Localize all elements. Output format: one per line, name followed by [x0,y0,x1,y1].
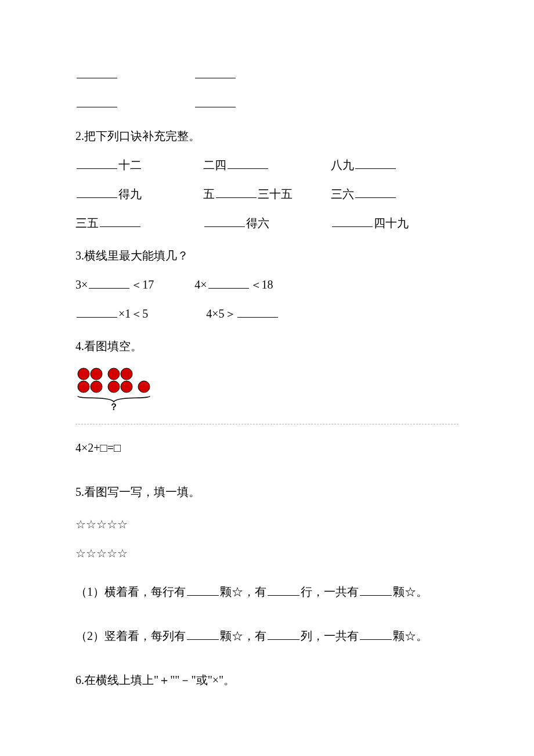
blank[interactable] [204,215,245,227]
blank[interactable] [100,215,140,227]
text: （1）横着看，每行有 [75,585,186,598]
top-blank-row-1 [75,64,459,85]
svg-point-3 [91,381,102,393]
text: 4×5＞ [206,307,236,320]
blank[interactable] [89,277,129,289]
text: （2）竖着看，每列有 [75,629,186,642]
blank[interactable] [187,628,219,640]
blank[interactable] [77,306,117,318]
q6-title: 6.在横线上填上"＋""－"或"×"。 [75,669,459,690]
top-blank-row-2 [75,93,459,114]
divider [75,424,459,424]
blank[interactable] [216,186,257,198]
blank[interactable] [228,157,268,169]
text: 五 [203,188,215,200]
q2-row-2: 得九 五三十五 三六 [75,183,459,204]
svg-point-7 [121,381,132,393]
blank[interactable] [195,96,236,107]
svg-point-8 [138,381,150,393]
blank[interactable] [77,96,117,107]
text: 颗☆。 [393,585,428,598]
text: 十二 [118,159,142,171]
text: 二四 [203,159,226,171]
dots-figure: ？ [75,366,459,411]
blank[interactable] [195,67,236,78]
stars-row-1: ☆☆☆☆☆ [75,514,459,535]
text: 四十九 [374,217,409,229]
text: ×1＜5 [118,307,148,320]
blank[interactable] [360,584,392,596]
q2-row-3: 三五 得六 四十九 [75,213,459,233]
text: ＜17 [131,278,154,291]
blank[interactable] [77,157,117,169]
text: 颗☆。 [393,629,428,642]
q3-row-2: ×1＜5 4×5＞ [75,303,459,324]
text: 三五 [75,217,99,229]
text: 3× [75,278,88,291]
text: 得九 [118,188,142,200]
text: 八九 [331,159,354,171]
text: 颗☆，有 [220,629,266,642]
text: ＜18 [250,278,273,291]
text: 行，一共有 [301,585,359,598]
blank[interactable] [237,306,278,318]
svg-point-1 [91,368,102,380]
svg-point-2 [78,381,89,393]
blank[interactable] [77,186,117,198]
blank[interactable] [360,628,392,640]
q5-part-1: （1）横着看，每行有颗☆，有行，一共有颗☆。 [75,581,459,602]
blank[interactable] [208,277,249,289]
svg-point-5 [121,368,132,380]
q4-equation: 4×2+□=□ [75,437,459,458]
text: 三十五 [258,188,293,200]
q5-part-2: （2）竖着看，每列有颗☆，有列，一共有颗☆。 [75,625,459,646]
q2-title: 2.把下列口诀补充完整。 [75,125,459,146]
blank[interactable] [187,584,219,596]
q3-title: 3.横线里最大能填几？ [75,245,459,266]
svg-point-4 [108,368,120,380]
q3-row-1: 3×＜17 4×＜18 [75,274,459,295]
stars-row-2: ☆☆☆☆☆ [75,543,459,564]
text: 列，一共有 [301,629,359,642]
text: 得六 [246,217,269,229]
text: 三六 [331,188,354,200]
blank[interactable] [355,186,396,198]
text: 颗☆，有 [220,585,266,598]
svg-point-6 [108,381,120,393]
svg-text:？: ？ [109,402,118,411]
text: 4× [194,278,207,291]
blank[interactable] [77,67,117,78]
blank[interactable] [332,215,373,227]
blank[interactable] [355,157,396,169]
q4-title: 4.看图填空。 [75,336,459,357]
q2-row-1: 十二 二四 八九 [75,154,459,175]
blank[interactable] [268,628,300,640]
blank[interactable] [268,584,300,596]
svg-point-0 [78,368,89,380]
q5-title: 5.看图写一写，填一填。 [75,481,459,502]
